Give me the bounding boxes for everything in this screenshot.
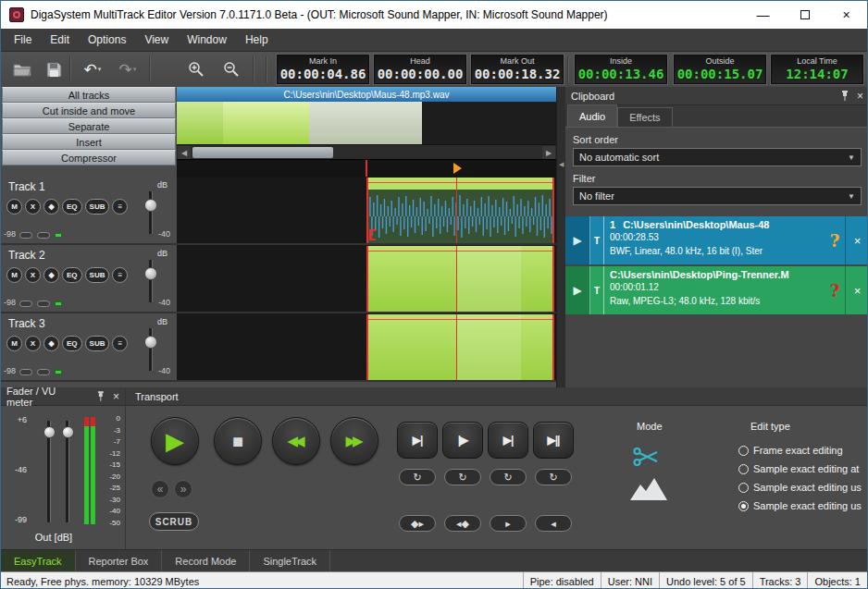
solo-button[interactable]: X [25, 267, 41, 283]
marker-button[interactable]: ◆ [43, 267, 59, 283]
overview-scrollbar[interactable]: ◀ ▶ [177, 144, 556, 159]
eq-button[interactable]: EQ [62, 336, 82, 351]
edit-type-option-sample-exact-3[interactable]: Sample exact editing us [738, 500, 868, 511]
collapse-arrow-icon[interactable]: ◀ [559, 161, 564, 168]
audio-clip[interactable] [366, 246, 554, 312]
track-lane[interactable] [177, 177, 556, 245]
track-fader-knob[interactable] [144, 336, 157, 349]
envelope-mode-icon[interactable] [630, 476, 667, 500]
zoom-out-button[interactable] [217, 57, 245, 81]
scrollbar-thumb[interactable] [192, 147, 333, 158]
track-menu-button[interactable]: ≡ [112, 199, 128, 215]
edit-type-option-frame-exact[interactable]: Frame exact editing [738, 445, 868, 456]
sub-button[interactable]: SUB [85, 267, 110, 283]
mute-button[interactable]: M [6, 336, 22, 351]
eq-button[interactable]: EQ [62, 199, 82, 215]
previous-button[interactable]: « [151, 480, 169, 498]
edit-op-button-4[interactable]: ◂ [535, 515, 572, 532]
track-menu-button[interactable]: ≡ [112, 267, 128, 283]
volume-envelope-line[interactable] [368, 319, 552, 320]
solo-button[interactable]: X [25, 199, 41, 215]
maximize-button[interactable] [784, 1, 825, 29]
redo-button[interactable]: ↷ ▾ [112, 57, 143, 81]
fast-forward-button[interactable]: ▶▶ [330, 417, 378, 465]
track-indicator-pill[interactable] [19, 232, 32, 239]
tab-reporter-box[interactable]: Reporter Box [76, 550, 163, 571]
close-panel-icon[interactable]: × [857, 91, 863, 102]
tool-insert-button[interactable]: Insert [2, 134, 176, 150]
volume-envelope-line[interactable] [368, 251, 552, 252]
loop-button-1[interactable]: ↻ [399, 469, 436, 485]
menu-edit[interactable]: Edit [41, 30, 79, 50]
marker-button[interactable]: ◆ [43, 199, 59, 215]
scroll-left-icon[interactable]: ◀ [178, 146, 191, 159]
close-panel-icon[interactable]: × [113, 391, 119, 402]
track-indicator-pill[interactable] [37, 301, 50, 307]
mute-button[interactable]: M [6, 267, 22, 283]
track-indicator-pill[interactable] [37, 369, 50, 375]
edit-type-option-sample-exact-2[interactable]: Sample exact editing us [738, 482, 868, 493]
sort-order-select[interactable]: No automatic sort ▼ [573, 148, 862, 166]
play-to-mark-button[interactable]: ▶| [397, 422, 438, 459]
sub-button[interactable]: SUB [85, 336, 110, 351]
tool-all-tracks-button[interactable]: All tracks [2, 87, 176, 103]
minimize-button[interactable]: — [742, 1, 784, 29]
tab-singletrack[interactable]: SingleTrack [250, 550, 330, 571]
track-indicator-pill[interactable] [19, 369, 32, 375]
track-indicator-pill[interactable] [19, 301, 32, 307]
tool-cut-inside-and-move-button[interactable]: Cut inside and move [2, 103, 176, 118]
overview-waveform[interactable] [177, 102, 556, 144]
save-button[interactable] [40, 57, 68, 81]
scrub-button[interactable]: SCRUB [149, 512, 199, 531]
menu-options[interactable]: Options [79, 30, 135, 50]
rewind-button[interactable]: ◀◀ [272, 417, 320, 465]
edit-op-button-1[interactable]: ◆▸ [399, 515, 436, 532]
playhead-marker[interactable] [366, 160, 367, 177]
menu-file[interactable]: File [5, 30, 41, 50]
marker-button[interactable]: ◆ [43, 336, 59, 351]
tab-audio[interactable]: Audio [567, 104, 617, 127]
menu-view[interactable]: View [135, 30, 178, 50]
scissors-cut-mode-icon[interactable] [633, 447, 659, 467]
audio-clip[interactable] [366, 314, 554, 380]
tab-easytrack[interactable]: EasyTrack [1, 550, 76, 571]
zoom-in-button[interactable] [182, 57, 210, 81]
loop-button-2[interactable]: ↻ [444, 469, 481, 485]
track-lane[interactable] [177, 245, 556, 313]
panel-splitter[interactable]: ◀ [556, 87, 565, 387]
pin-icon[interactable] [96, 391, 105, 401]
edit-op-button-2[interactable]: ◂◆ [444, 515, 481, 532]
loop-button-4[interactable]: ↻ [535, 469, 572, 485]
edit-op-button-3[interactable]: ▸ [490, 515, 527, 532]
mute-button[interactable]: M [6, 199, 22, 215]
track-fader-knob[interactable] [144, 199, 157, 212]
entry-play-button[interactable]: ▶ [565, 216, 589, 264]
track-fader-knob[interactable] [144, 267, 157, 280]
menu-help[interactable]: Help [236, 30, 278, 50]
tab-effects[interactable]: Effects [617, 107, 672, 127]
play-from-mark-button[interactable]: |▶ [442, 422, 483, 459]
stop-button[interactable]: ■ [214, 417, 262, 465]
entry-remove-button[interactable]: × [845, 216, 868, 264]
tool-separate-button[interactable]: Separate [2, 118, 176, 134]
eq-button[interactable]: EQ [62, 267, 82, 283]
sub-button[interactable]: SUB [85, 199, 110, 215]
entry-play-button[interactable]: ▶ [565, 266, 589, 314]
pin-icon[interactable] [840, 91, 849, 101]
timeline-ruler[interactable] [177, 159, 556, 177]
volume-envelope-line[interactable] [368, 182, 552, 183]
loop-button-3[interactable]: ↻ [490, 469, 527, 485]
clipboard-entry[interactable]: ▶ T C:\Users\nin\Desktop\Ping-Trenner.M … [565, 266, 868, 314]
menu-window[interactable]: Window [178, 30, 236, 50]
solo-button[interactable]: X [25, 336, 41, 351]
scroll-right-icon[interactable]: ▶ [542, 146, 555, 159]
track-menu-button[interactable]: ≡ [112, 336, 128, 351]
clipboard-entry[interactable]: ▶ T 1 C:\Users\nin\Desktop\Maus-48 00:00… [565, 216, 868, 264]
open-file-button[interactable] [8, 57, 36, 81]
track-indicator-pill[interactable] [37, 232, 50, 239]
fader-knob-right[interactable] [62, 426, 74, 438]
audio-clip[interactable] [366, 178, 554, 243]
play-pause-button[interactable]: ▶|| [533, 422, 574, 459]
next-button[interactable]: » [174, 480, 192, 498]
tab-record-mode[interactable]: Record Mode [162, 550, 250, 571]
